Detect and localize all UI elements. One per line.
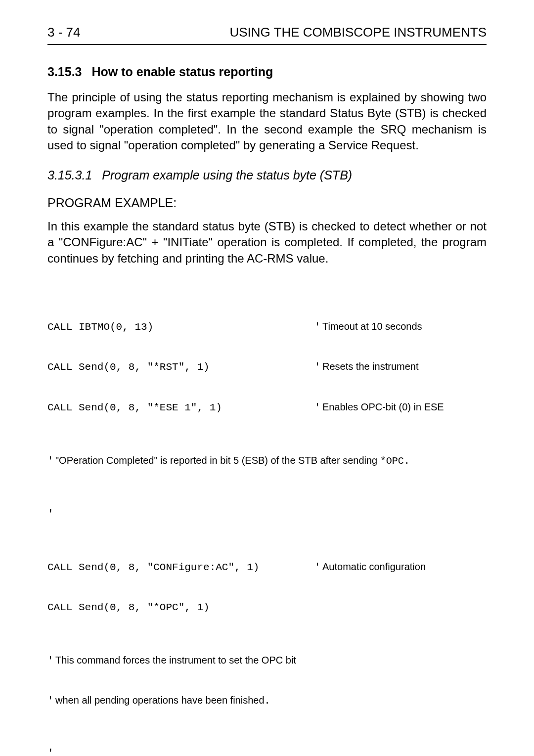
code-line: ': [47, 747, 487, 756]
code-text: ': [47, 747, 54, 756]
page: 3 - 74 USING THE COMBISCOPE INSTRUMENTS …: [0, 0, 534, 756]
subsection-number: 3.15.3.1: [47, 168, 92, 182]
program-example-label: PROGRAM EXAMPLE:: [47, 195, 487, 212]
code-line: CALL IBTMO(0, 13) 'Timeout at 10 seconds: [47, 320, 487, 334]
code-text: CALL Send(0, 8, "*RST", 1): [47, 361, 314, 374]
page-number: 3 - 74: [47, 24, 81, 41]
code-line: CALL Send(0, 8, "CONFigure:AC", 1) 'Auto…: [47, 561, 487, 575]
section-heading: 3.15.3How to enable status reporting: [47, 64, 487, 81]
code-comment-line: 'This command forces the instrument to s…: [47, 654, 487, 667]
section-number: 3.15.3: [47, 65, 82, 79]
code-text: CALL Send(0, 8, "*OPC", 1): [47, 601, 210, 615]
code-line: ': [47, 508, 487, 521]
code-comment-line: 'when all pending operations have been f…: [47, 694, 487, 708]
code-line: CALL Send(0, 8, "*ESE 1", 1) 'Enables OP…: [47, 401, 487, 415]
code-line: CALL Send(0, 8, "*RST", 1) 'Resets the i…: [47, 360, 487, 374]
code-line: CALL Send(0, 8, "*OPC", 1): [47, 601, 487, 615]
code-comment: 'Automatic configuration: [314, 561, 426, 574]
paragraph-example-desc: In this example the standard status byte…: [47, 219, 487, 267]
section-title: How to enable status reporting: [92, 65, 273, 79]
subsection-title: Program example using the status byte (S…: [102, 168, 352, 182]
code-comment: 'Resets the instrument: [314, 360, 419, 374]
code-text: CALL Send(0, 8, "*ESE 1", 1): [47, 401, 314, 415]
page-header: 3 - 74 USING THE COMBISCOPE INSTRUMENTS: [47, 24, 487, 45]
code-comment-line: '"OPeration Completed" is reported in bi…: [47, 454, 487, 468]
code-text: ': [47, 508, 54, 521]
code-listing: CALL IBTMO(0, 13) 'Timeout at 10 seconds…: [47, 280, 487, 756]
code-text: CALL IBTMO(0, 13): [47, 321, 314, 334]
code-text: CALL Send(0, 8, "CONFigure:AC", 1): [47, 561, 314, 575]
paragraph-intro: The principle of using the status report…: [47, 89, 487, 154]
page-title: USING THE COMBISCOPE INSTRUMENTS: [229, 24, 487, 41]
code-comment: 'Timeout at 10 seconds: [314, 320, 422, 334]
subsection-heading: 3.15.3.1Program example using the status…: [47, 167, 487, 184]
code-comment: 'Enables OPC-bit (0) in ESE: [314, 401, 444, 414]
